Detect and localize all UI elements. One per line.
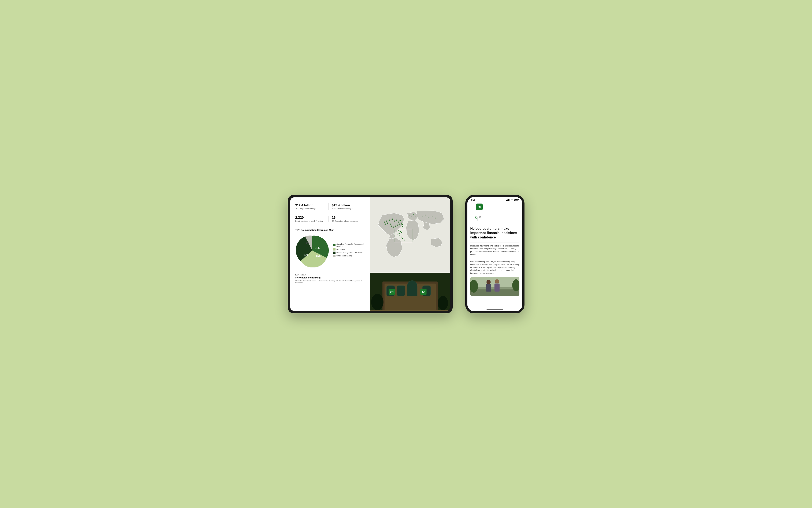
phone-heading: Helped customers make important financia… [470,226,519,240]
svg-point-15 [392,226,394,228]
svg-point-24 [411,215,412,216]
svg-point-27 [422,215,423,216]
hamburger-line-1 [470,206,474,206]
legend-dot-canadian [333,244,335,246]
chart-legend: Canadian Personal & CommercialBanking U.… [333,243,364,258]
wifi-icon [511,199,514,201]
svg-text:8%: 8% [306,242,309,244]
phone-status-bar: 3:13 [467,197,522,202]
legend-dot-wholesale [333,255,335,257]
svg-text:41%: 41% [315,247,320,249]
svg-point-29 [427,216,429,217]
hamburger-line-3 [470,208,474,208]
svg-point-22 [402,226,403,227]
svg-point-12 [398,223,400,225]
tablet-frame: $17.4 billion 2022 Reported Earnings $15… [288,195,452,313]
status-icons [506,199,519,201]
svg-point-38 [396,234,398,235]
svg-point-54 [438,296,448,310]
scales-icon [470,215,519,224]
phone-header[interactable]: TD [467,202,522,212]
svg-point-31 [434,217,435,219]
svg-point-9 [397,221,399,222]
svg-rect-57 [508,199,509,201]
stat-reported-earnings-value: $17.4 billion [295,203,328,207]
retail-footnote: * Retail = Canadian Personal & Commercia… [295,280,365,284]
svg-point-5 [388,219,390,221]
phone-para-2: Launched MoneyTalk Live, an industry-lea… [470,260,519,275]
bottom-section: 92% Retail* 8% Wholesale Banking * Retai… [295,271,365,284]
svg-point-18 [387,222,388,224]
phone-screen: 3:13 [467,197,522,311]
legend-label-wholesale: Wholesale Banking [337,255,352,257]
retail-percentage: 92% Retail* [295,273,365,276]
phone-time: 3:13 [471,199,475,201]
svg-point-23 [409,215,410,216]
stat-adjusted-earnings-value: $15.4 billion [332,203,365,207]
svg-point-30 [431,215,433,216]
svg-point-26 [415,215,416,216]
svg-rect-47 [397,286,405,296]
svg-point-4 [385,220,387,222]
tablet-right-panel: TD TD [370,198,450,311]
svg-point-40 [400,237,402,238]
svg-text:35%: 35% [316,255,321,257]
svg-point-19 [385,223,386,225]
legend-dot-us-retail [333,248,335,251]
hamburger-line-2 [470,207,474,207]
svg-point-16 [390,225,392,226]
pie-chart: 41% 35% 15% 8% [295,234,329,267]
stat-retail-locations-value: 2,220 [295,216,328,220]
hamburger-menu-icon[interactable] [470,206,474,208]
stat-retail-locations: 2,220 Retail locations in North America [295,216,328,222]
svg-rect-73 [494,284,499,292]
svg-point-35 [399,231,400,232]
svg-point-20 [383,221,385,222]
svg-point-14 [394,225,396,226]
svg-point-39 [399,235,400,236]
phone-image-couple [470,277,519,296]
phone-para2-plain: Launched [470,261,479,263]
svg-point-41 [402,238,403,239]
stat-securities-offices-label: TD Securities offices worldwide [332,220,365,222]
phone-para1-plain: Introduced [470,245,480,247]
svg-point-11 [400,222,402,224]
phone-para-1: Introduced new home ownership tools and … [470,245,519,256]
stat-securities-offices-value: 16 [332,216,365,220]
svg-point-13 [396,224,398,225]
td-logo[interactable]: TD [476,204,483,210]
legend-dot-wealth [333,252,335,254]
svg-rect-71 [486,284,491,292]
svg-point-34 [397,230,398,231]
legend-label-wealth: Wealth Management & Insurance [337,252,363,254]
svg-rect-56 [507,200,508,201]
svg-text:15%: 15% [303,254,308,256]
chart-area: 41% 35% 15% 8% Canadian Personal & Comme… [295,234,365,267]
stat-reported-earnings: $17.4 billion 2022 Reported Earnings [295,203,328,210]
svg-point-72 [495,279,499,284]
legend-label-us-retail: U.S. Retail [337,248,345,251]
battery-icon [514,199,519,201]
stats-row-2: 2,220 Retail locations in North America … [295,216,365,225]
stats-row-1: $17.4 billion 2022 Reported Earnings $15… [295,203,365,213]
stat-retail-locations-label: Retail locations in North America [295,220,328,222]
phone-content: Helped customers make important financia… [467,212,522,307]
stat-adjusted-earnings: $15.4 billion 2022 Adjusted Earnings¹ [328,203,365,210]
home-bar [486,309,504,309]
phone-para1-bold: new home ownership tools [480,245,505,247]
svg-text:TD: TD [421,290,425,293]
svg-point-6 [391,218,393,220]
svg-rect-61 [515,199,518,200]
svg-point-36 [401,232,402,233]
svg-point-59 [512,200,512,201]
phone-frame: 3:13 [465,195,524,313]
svg-point-10 [399,220,400,221]
chart-title: TD's Premium Retail Earnings Mix2 [295,228,365,231]
stat-reported-earnings-label: 2022 Reported Earnings [295,208,328,210]
svg-point-53 [371,294,383,310]
signal-icon [506,199,510,201]
tablet-left-panel: $17.4 billion 2022 Reported Earnings $15… [290,198,370,311]
svg-rect-58 [509,199,510,201]
tablet-screen: $17.4 billion 2022 Reported Earnings $15… [290,198,450,311]
td-building-photo: TD TD [370,273,450,311]
